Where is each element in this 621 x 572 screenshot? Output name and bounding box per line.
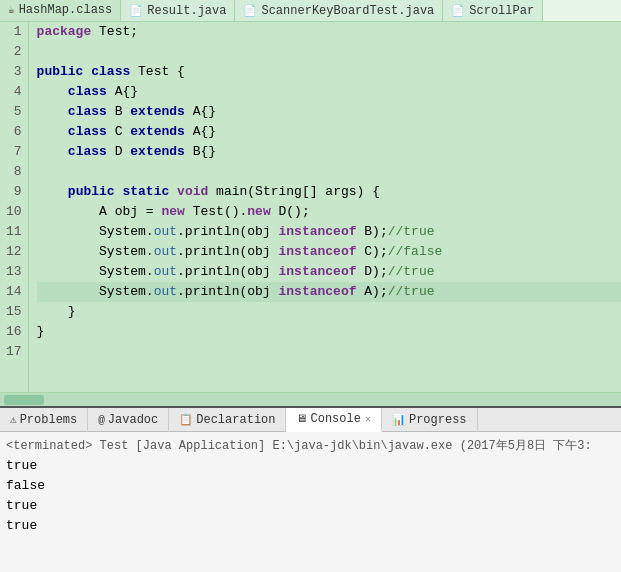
- progress-icon: 📊: [392, 413, 406, 426]
- code-line-17: [37, 342, 621, 362]
- code-lines: package Test; public class Test { class …: [29, 22, 621, 392]
- code-line-4: class A{}: [37, 82, 621, 102]
- tab-label-2: Result.java: [147, 4, 226, 18]
- tab-declaration-label: Declaration: [196, 413, 275, 427]
- code-line-16: }: [37, 322, 621, 342]
- tab-javadoc[interactable]: @ Javadoc: [88, 408, 169, 432]
- declaration-icon: 📋: [179, 413, 193, 426]
- code-line-11: System.out.println(obj instanceof B);//t…: [37, 222, 621, 242]
- code-line-13: System.out.println(obj instanceof D);//t…: [37, 262, 621, 282]
- tab-label-3: ScannerKeyBoardTest.java: [261, 4, 434, 18]
- code-line-15: }: [37, 302, 621, 322]
- javadoc-icon: @: [98, 414, 105, 426]
- console-output-line-1: true: [6, 456, 615, 476]
- tab-console[interactable]: 🖥 Console ✕: [286, 408, 381, 432]
- editor-tab-bar: ☕ HashMap.class 📄 Result.java 📄 ScannerK…: [0, 0, 621, 22]
- tab-result[interactable]: 📄 Result.java: [121, 0, 235, 22]
- scroll-thumb[interactable]: [4, 395, 44, 405]
- tab-problems-label: Problems: [20, 413, 78, 427]
- horizontal-scrollbar[interactable]: [0, 392, 621, 406]
- java-icon-4: 📄: [451, 4, 465, 17]
- console-output-line-3: true: [6, 496, 615, 516]
- code-line-1: package Test;: [37, 22, 621, 42]
- tab-hashmap[interactable]: ☕ HashMap.class: [0, 0, 121, 22]
- tab-label: HashMap.class: [19, 3, 113, 17]
- code-line-14: System.out.println(obj instanceof A);//t…: [37, 282, 621, 302]
- console-output-line-4: true: [6, 516, 615, 536]
- tab-label-4: ScrollPar: [469, 4, 534, 18]
- bottom-tab-bar: ⚠ Problems @ Javadoc 📋 Declaration 🖥 Con…: [0, 408, 621, 432]
- tab-problems[interactable]: ⚠ Problems: [0, 408, 88, 432]
- code-editor[interactable]: 12345 678910 1112131415 1617 package Tes…: [0, 22, 621, 392]
- tab-javadoc-label: Javadoc: [108, 413, 158, 427]
- code-line-9: public static void main(String[] args) {: [37, 182, 621, 202]
- console-terminated-line: <terminated> Test [Java Application] E:\…: [6, 436, 615, 456]
- line-numbers: 12345 678910 1112131415 1617: [0, 22, 29, 392]
- code-line-12: System.out.println(obj instanceof C);//f…: [37, 242, 621, 262]
- tab-console-label: Console: [310, 412, 360, 426]
- code-line-10: A obj = new Test().new D();: [37, 202, 621, 222]
- java-icon: ☕: [8, 3, 15, 16]
- console-output: <terminated> Test [Java Application] E:\…: [0, 432, 621, 572]
- console-output-line-2: false: [6, 476, 615, 496]
- tab-progress-label: Progress: [409, 413, 467, 427]
- tab-progress[interactable]: 📊 Progress: [382, 408, 478, 432]
- tab-declaration[interactable]: 📋 Declaration: [169, 408, 286, 432]
- java-icon-2: 📄: [129, 4, 143, 17]
- bottom-panel: ⚠ Problems @ Javadoc 📋 Declaration 🖥 Con…: [0, 406, 621, 572]
- tab-scroll[interactable]: 📄 ScrollPar: [443, 0, 543, 22]
- java-icon-3: 📄: [243, 4, 257, 17]
- tab-scanner[interactable]: 📄 ScannerKeyBoardTest.java: [235, 0, 443, 22]
- code-line-5: class B extends A{}: [37, 102, 621, 122]
- console-icon: 🖥: [296, 412, 307, 425]
- code-line-3: public class Test {: [37, 62, 621, 82]
- console-close-icon[interactable]: ✕: [365, 413, 371, 425]
- code-line-2: [37, 42, 621, 62]
- code-line-6: class C extends A{}: [37, 122, 621, 142]
- code-line-8: [37, 162, 621, 182]
- problems-icon: ⚠: [10, 413, 17, 426]
- code-line-7: class D extends B{}: [37, 142, 621, 162]
